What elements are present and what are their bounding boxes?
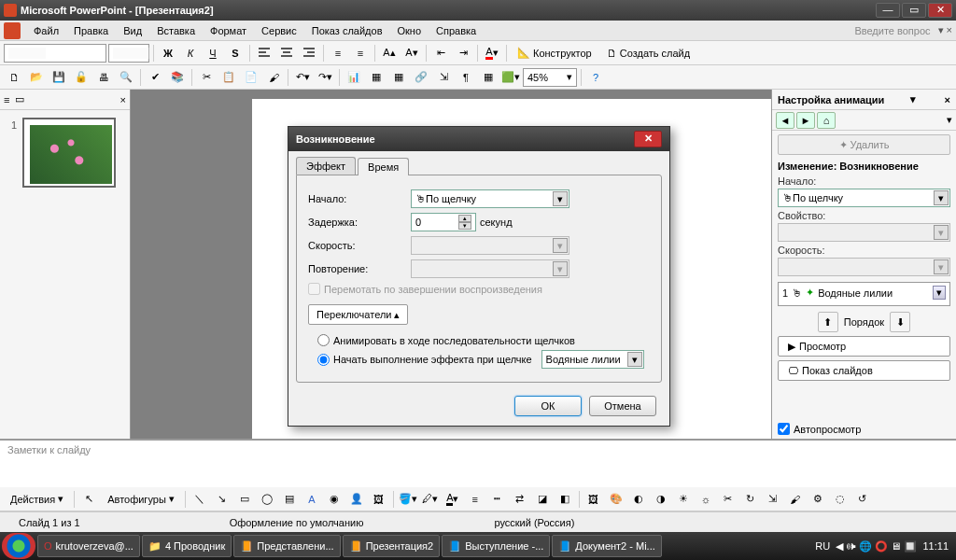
- reset-tool[interactable]: ↺: [852, 489, 873, 510]
- format-picture-tool[interactable]: ⚙: [808, 489, 828, 510]
- font-combo[interactable]: [4, 44, 106, 63]
- rotate-tool[interactable]: ↻: [740, 489, 761, 510]
- redo-button[interactable]: ↷▾: [315, 67, 335, 88]
- tray-icons[interactable]: ◀ 🕪 🌐 ⭕ 🖥 🔲: [836, 540, 917, 553]
- copy-button[interactable]: 📋: [218, 67, 239, 88]
- ok-button[interactable]: ОК: [514, 396, 582, 416]
- tab-timing[interactable]: Время: [358, 158, 409, 175]
- radio-onclick[interactable]: Начать выполнение эффекта при щелчке Вод…: [317, 350, 650, 369]
- animation-list-item[interactable]: 1 🖰 ✦ Водяные лилии ▾: [780, 285, 948, 301]
- taskpane-home-button[interactable]: ⌂: [817, 112, 836, 129]
- taskbar-item-0[interactable]: Okrutoverzeva@...: [37, 535, 140, 557]
- new-slide-button[interactable]: 🗋 Создать слайд: [600, 43, 696, 63]
- menu-window[interactable]: Окно: [390, 23, 429, 38]
- underline-button[interactable]: Ч: [203, 43, 223, 63]
- menu-view[interactable]: Вид: [116, 23, 149, 38]
- tables-borders-button[interactable]: ▦: [388, 67, 409, 88]
- autopreview-checkbox[interactable]: Автопросмотр: [772, 419, 956, 439]
- preview-button[interactable]: ▶ Просмотр: [778, 336, 950, 357]
- color-button[interactable]: 🟩▾: [500, 67, 521, 88]
- radio-onclick-input[interactable]: [317, 354, 330, 366]
- align-left-button[interactable]: [254, 43, 274, 63]
- 3d-tool[interactable]: ◧: [555, 489, 575, 510]
- line-color-tool[interactable]: 🖊▾: [420, 489, 441, 510]
- format-painter-button[interactable]: 🖌: [263, 67, 284, 88]
- table-button[interactable]: ▦: [366, 67, 387, 88]
- numbered-list-button[interactable]: ≡: [328, 43, 348, 63]
- recolor-tool[interactable]: 🖌: [785, 489, 806, 510]
- item-dropdown[interactable]: ▾: [933, 286, 946, 300]
- spellcheck-button[interactable]: ✔: [145, 67, 165, 88]
- office-icon[interactable]: [4, 22, 21, 39]
- menu-tools[interactable]: Сервис: [254, 23, 304, 38]
- slideshow-button[interactable]: 🖵 Показ слайдов: [778, 360, 950, 381]
- taskbar-item-2[interactable]: 📙Представлени...: [233, 535, 340, 557]
- research-button[interactable]: 📚: [167, 67, 188, 88]
- triggers-toggle-button[interactable]: Переключатели ▴: [308, 304, 408, 325]
- italic-button[interactable]: К: [180, 43, 201, 63]
- dlg-delay-input[interactable]: [415, 217, 453, 228]
- compress-tool[interactable]: ⇲: [763, 489, 783, 510]
- less-contrast-tool[interactable]: ◑: [651, 489, 671, 510]
- paste-button[interactable]: 📄: [241, 67, 261, 88]
- menu-slideshow[interactable]: Показ слайдов: [304, 23, 390, 38]
- slides-tab-icon[interactable]: ▭: [15, 93, 24, 105]
- start-button[interactable]: [2, 533, 35, 559]
- notes-pane[interactable]: Заметки к слайду: [0, 439, 956, 487]
- wordart-tool[interactable]: A: [302, 489, 322, 510]
- increase-font-button[interactable]: A▴: [379, 43, 400, 63]
- cut-button[interactable]: ✂: [196, 67, 217, 88]
- rectangle-tool[interactable]: ▭: [234, 489, 255, 510]
- taskbar-item-5[interactable]: 📘Документ2 - Mi...: [552, 535, 661, 557]
- tray-clock[interactable]: 11:11: [922, 540, 949, 552]
- more-bright-tool[interactable]: ☀: [673, 489, 694, 510]
- open-button[interactable]: 📂: [26, 67, 47, 88]
- change-effect-button[interactable]: ✦ Удалить: [778, 134, 950, 155]
- shadow-tool[interactable]: ◪: [532, 489, 553, 510]
- menu-file[interactable]: Файл: [26, 23, 66, 38]
- taskpane-back-button[interactable]: ◄: [776, 112, 794, 129]
- outline-tab-icon[interactable]: ≡: [4, 94, 9, 105]
- fill-color-tool[interactable]: 🪣▾: [398, 489, 418, 510]
- actions-menu[interactable]: Действия ▾: [4, 489, 70, 510]
- arrow-style-tool[interactable]: ⇄: [510, 489, 530, 510]
- increase-indent-button[interactable]: ⇥: [453, 43, 473, 63]
- radio-sequence[interactable]: Анимировать в ходе последовательности ще…: [317, 334, 650, 346]
- align-center-button[interactable]: [276, 43, 297, 63]
- dash-style-tool[interactable]: ┅: [487, 489, 508, 510]
- question-box[interactable]: Введите вопрос: [854, 25, 934, 36]
- oval-tool[interactable]: ◯: [257, 489, 277, 510]
- line-tool[interactable]: ＼: [190, 489, 210, 510]
- grid-button[interactable]: ▦: [478, 67, 499, 88]
- designer-button[interactable]: 📐 Конструктор: [511, 43, 598, 63]
- slide-thumbnail-1[interactable]: 1: [22, 118, 116, 188]
- reorder-up-button[interactable]: ⬆: [818, 312, 838, 332]
- menu-help[interactable]: Справка: [429, 23, 484, 38]
- decrease-font-button[interactable]: A▾: [401, 43, 422, 63]
- taskbar-item-3[interactable]: 📙Презентация2: [343, 535, 441, 557]
- help-button[interactable]: ?: [585, 67, 606, 88]
- menu-edit[interactable]: Правка: [66, 23, 116, 38]
- minimize-button[interactable]: —: [876, 3, 900, 18]
- taskbar-item-4[interactable]: 📘Выступление -...: [442, 535, 550, 557]
- question-dropdown-icon[interactable]: ▾ ×: [938, 24, 952, 36]
- show-formatting-button[interactable]: ¶: [456, 67, 476, 88]
- taskpane-menu-dropdown[interactable]: ▾: [947, 114, 952, 126]
- shadow-button[interactable]: S: [225, 43, 246, 63]
- menu-insert[interactable]: Вставка: [149, 23, 203, 38]
- dlg-delay-spinner[interactable]: ▴▾: [411, 213, 476, 231]
- diagram-tool[interactable]: ◉: [324, 489, 344, 510]
- bold-button[interactable]: Ж: [158, 43, 178, 63]
- taskbar-item-1[interactable]: 📁4 Проводник: [142, 535, 232, 557]
- start-select[interactable]: 🖰 По щелчку▾: [778, 189, 950, 207]
- hyperlink-button[interactable]: 🔗: [411, 67, 431, 88]
- undo-button[interactable]: ↶▾: [292, 67, 313, 88]
- tray-lang[interactable]: RU: [815, 540, 830, 552]
- fontsize-combo[interactable]: [108, 44, 149, 63]
- arrow-tool[interactable]: ↘: [212, 489, 232, 510]
- panel-close-icon[interactable]: ×: [120, 94, 126, 105]
- picture-tool[interactable]: 🖼: [369, 489, 389, 510]
- radio-sequence-input[interactable]: [317, 334, 330, 346]
- dlg-start-select[interactable]: 🖰 По щелчку▾: [411, 189, 569, 208]
- line-style-tool[interactable]: ≡: [465, 489, 485, 510]
